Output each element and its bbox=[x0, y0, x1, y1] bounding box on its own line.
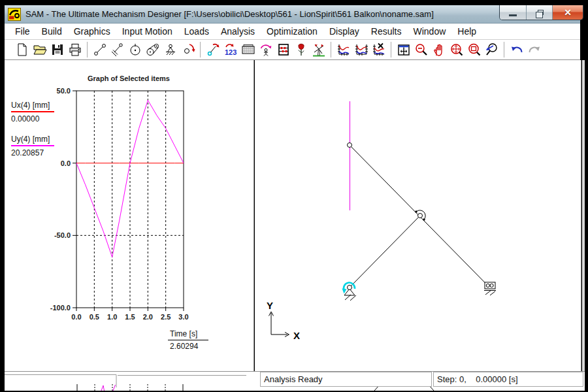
svg-text:2.5: 2.5 bbox=[161, 313, 171, 321]
element-slider-icon[interactable] bbox=[108, 41, 126, 58]
svg-text:1.5: 1.5 bbox=[125, 313, 135, 321]
menu-display[interactable]: Display bbox=[323, 24, 365, 39]
toolbar-divider bbox=[200, 42, 201, 57]
svg-text:50.0: 50.0 bbox=[57, 87, 71, 95]
svg-text:0.0: 0.0 bbox=[61, 159, 71, 167]
undo-icon[interactable] bbox=[508, 41, 525, 58]
link-crank[interactable] bbox=[350, 216, 420, 287]
title-bar[interactable]: SAM - The Ultimate Mechanism Designer [F… bbox=[5, 5, 580, 24]
pan-hand-icon[interactable] bbox=[430, 41, 448, 58]
minimize-icon bbox=[509, 14, 517, 16]
menu-results[interactable]: Results bbox=[365, 24, 408, 39]
coordinate-axes-icon: Y X bbox=[267, 300, 300, 341]
menu-input-motion[interactable]: Input Motion bbox=[116, 24, 178, 39]
window-controls: ✕ bbox=[499, 5, 583, 20]
analysis-abacus-icon[interactable] bbox=[274, 41, 292, 58]
svg-text:0.5: 0.5 bbox=[90, 313, 99, 321]
restore-icon bbox=[538, 10, 544, 15]
status-step: Step: 0, 0.00000 [s] bbox=[433, 372, 583, 387]
svg-text:1.0: 1.0 bbox=[107, 313, 117, 321]
axis-y-label: Y bbox=[267, 300, 273, 311]
menu-file[interactable]: File bbox=[9, 24, 36, 39]
zoom-out-icon[interactable] bbox=[412, 41, 430, 58]
window-edge-strip bbox=[582, 60, 585, 371]
time-label: Time [s] bbox=[168, 329, 208, 340]
graph-title: Graph of Selected items bbox=[44, 74, 214, 82]
window-title: SAM - The Ultimate Mechanism Designer [F… bbox=[25, 9, 434, 19]
svg-text:0.0: 0.0 bbox=[71, 313, 81, 321]
legend-value: 0.00000 bbox=[11, 114, 54, 123]
minimize-button[interactable] bbox=[500, 5, 526, 20]
toolbar-divider bbox=[87, 42, 88, 57]
menu-build[interactable]: Build bbox=[36, 24, 68, 39]
menu-loads[interactable]: Loads bbox=[178, 24, 215, 39]
toolbar-divider bbox=[504, 42, 504, 57]
input-motion-icon[interactable] bbox=[204, 41, 221, 58]
element-belt-icon[interactable] bbox=[144, 41, 161, 58]
mechanism-window[interactable]: Y X bbox=[255, 60, 581, 371]
graph-dual-axis-icon[interactable] bbox=[352, 41, 370, 58]
optimization-flower-icon[interactable] bbox=[292, 41, 310, 58]
menu-analysis[interactable]: Analysis bbox=[215, 24, 261, 39]
new-file-icon[interactable] bbox=[13, 41, 31, 58]
element-spring-icon[interactable] bbox=[179, 41, 197, 58]
element-support-icon[interactable] bbox=[161, 41, 179, 58]
status-analysis: Analysis Ready bbox=[260, 372, 432, 387]
toolbar-divider bbox=[331, 42, 331, 57]
close-button[interactable]: ✕ bbox=[552, 5, 583, 20]
legend-color-line-red bbox=[11, 111, 54, 112]
mechanism-canvas: Y X bbox=[255, 60, 581, 371]
split-window-icon[interactable] bbox=[395, 41, 412, 58]
legend-label: Uy(4) [mm] bbox=[11, 135, 54, 144]
node-marker[interactable] bbox=[348, 143, 352, 148]
svg-text:-50.0: -50.0 bbox=[54, 231, 71, 239]
legend-entry-uy: Uy(4) [mm] 20.20857 bbox=[11, 135, 54, 157]
svg-text:2.0: 2.0 bbox=[143, 313, 153, 321]
svg-text:123: 123 bbox=[225, 48, 237, 56]
graph-curves-icon[interactable] bbox=[335, 41, 352, 58]
svg-text:-100.0: -100.0 bbox=[50, 304, 71, 312]
graph-delete-icon[interactable] bbox=[370, 41, 387, 58]
redo-icon[interactable] bbox=[525, 41, 543, 58]
zoom-previous-icon[interactable] bbox=[483, 41, 500, 58]
legend-label: Ux(4) [mm] bbox=[11, 101, 54, 110]
animation-windmill-icon[interactable] bbox=[310, 41, 327, 58]
keyboard-input-icon[interactable] bbox=[239, 41, 257, 58]
legend-color-line-magenta bbox=[11, 145, 54, 146]
application-window: SAM - The Ultimate Mechanism Designer [F… bbox=[0, 0, 588, 392]
svg-text:3.0: 3.0 bbox=[178, 313, 188, 321]
zoom-window-icon[interactable] bbox=[465, 41, 483, 58]
menu-bar: File Build Graphics Input Motion Loads A… bbox=[5, 24, 580, 40]
element-gear-icon[interactable] bbox=[126, 41, 144, 58]
open-folder-icon[interactable] bbox=[31, 41, 48, 58]
graph-legend: Ux(4) [mm] 0.00000 Uy(4) [mm] 20.20857 bbox=[11, 101, 54, 169]
sam-logo-icon bbox=[8, 8, 21, 21]
menu-window[interactable]: Window bbox=[408, 24, 452, 39]
motion-profile-icon[interactable] bbox=[257, 41, 274, 58]
slider-support[interactable] bbox=[484, 282, 496, 295]
menu-optimization[interactable]: Optimization bbox=[261, 24, 323, 39]
save-icon[interactable] bbox=[48, 41, 66, 58]
menu-graphics[interactable]: Graphics bbox=[68, 24, 116, 39]
legend-entry-ux: Ux(4) [mm] 0.00000 bbox=[11, 101, 54, 123]
restore-button[interactable] bbox=[526, 5, 552, 20]
zoom-extents-icon[interactable] bbox=[448, 41, 465, 58]
legend-value: 20.20857 bbox=[11, 148, 54, 157]
time-readout: Time [s] 2.60294 bbox=[168, 329, 208, 351]
time-value: 2.60294 bbox=[168, 340, 208, 351]
graph-window[interactable]: Graph of Selected items 0.00.51.01.52.02… bbox=[5, 60, 254, 371]
element-beam-icon[interactable] bbox=[91, 41, 108, 58]
toolbar: 123 bbox=[5, 40, 580, 60]
print-icon[interactable] bbox=[66, 41, 84, 58]
axis-x-label: X bbox=[293, 330, 300, 341]
menu-help[interactable]: Help bbox=[451, 24, 482, 39]
toolbar-divider bbox=[391, 42, 391, 57]
numeric-input-icon[interactable]: 123 bbox=[221, 41, 239, 58]
close-icon: ✕ bbox=[564, 8, 572, 17]
